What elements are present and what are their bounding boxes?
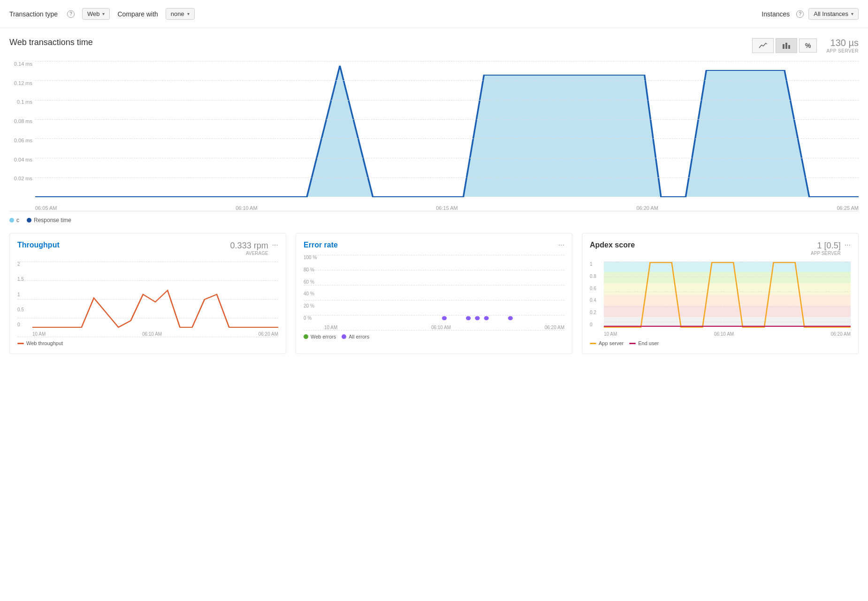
instances-dropdown[interactable]: All Instances ▾ (808, 8, 859, 20)
main-chart-svg (35, 61, 859, 197)
top-bar-left: Transaction type ? Web ▾ Compare with no… (9, 8, 195, 20)
main-chart-legend: c Response time (9, 217, 859, 223)
apdex-value: 1 [0.5] (811, 241, 841, 251)
svg-rect-1 (785, 43, 787, 49)
svg-rect-0 (783, 44, 784, 49)
app-server-legend-line (590, 343, 596, 344)
percent-icon: % (805, 42, 811, 49)
chart-x-axis: 06:05 AM 06:10 AM 06:15 AM 06:20 AM 06:2… (35, 198, 859, 211)
svg-point-6 (475, 316, 480, 320)
chart-y-axis: 0.14 ms 0.12 ms 0.1 ms 0.08 ms 0.06 ms 0… (9, 61, 35, 197)
grid-line (35, 61, 859, 62)
legend-item-c: c (9, 217, 19, 223)
legend-dot-response (27, 218, 31, 223)
apdex-panel: Apdex score 1 [0.5] APP SERVER ··· 1 0.8… (582, 233, 859, 354)
main-chart-container: 0.14 ms 0.12 ms 0.1 ms 0.08 ms 0.06 ms 0… (9, 61, 859, 211)
apdex-title: Apdex score (590, 241, 635, 249)
error-rate-title: Error rate (304, 241, 338, 249)
apdex-panel-header: Apdex score 1 [0.5] APP SERVER ··· (590, 241, 851, 256)
throughput-chart: 2 1.5 1 0.5 0 10 AM 06:10 AM 06:20 AM (17, 262, 278, 337)
top-bar-right: Instances ? All Instances ▾ (761, 8, 859, 20)
section-value-block: 130 µs APP SERVER (826, 38, 859, 54)
apdex-value-label: APP SERVER (811, 251, 841, 256)
svg-point-4 (442, 316, 447, 320)
bar-chart-button[interactable] (776, 38, 797, 53)
compare-with-label: Compare with (117, 10, 158, 18)
chevron-down-icon-2: ▾ (187, 11, 190, 16)
error-rate-panel: Error rate ··· 100 % 80 % 60 % 40 % 20 % (296, 233, 572, 354)
svg-point-7 (484, 316, 488, 320)
bottom-panels: Throughput 0.333 rpm AVERAGE ··· (9, 233, 859, 354)
throughput-panel-header: Throughput 0.333 rpm AVERAGE ··· (17, 241, 278, 256)
chevron-down-icon-3: ▾ (851, 11, 853, 16)
chevron-down-icon: ▾ (102, 11, 105, 16)
apdex-value-block: 1 [0.5] APP SERVER (811, 241, 841, 256)
transaction-type-label: Transaction type (9, 10, 58, 18)
throughput-value: 0.333 rpm (230, 241, 268, 251)
all-errors-dot (342, 334, 346, 339)
error-rate-svg (324, 255, 564, 321)
svg-rect-2 (788, 45, 790, 49)
svg-point-8 (508, 316, 513, 320)
chart-area (35, 61, 859, 197)
transaction-type-help[interactable]: ? (67, 10, 75, 18)
throughput-value-label: AVERAGE (230, 251, 268, 256)
section-header: Web transactions time % (9, 38, 859, 54)
error-rate-legend: Web errors All errors (304, 334, 564, 339)
top-bar: Transaction type ? Web ▾ Compare with no… (0, 0, 868, 28)
throughput-value-block: 0.333 rpm AVERAGE (230, 241, 268, 256)
main-content: Web transactions time % (0, 28, 868, 363)
error-rate-chart: 100 % 80 % 60 % 40 % 20 % 0 % (304, 255, 564, 330)
line-chart-button[interactable] (752, 38, 774, 53)
svg-point-5 (466, 316, 471, 320)
throughput-panel: Throughput 0.333 rpm AVERAGE ··· (9, 233, 286, 354)
instances-help[interactable]: ? (796, 10, 804, 18)
section-title: Web transactions time (9, 38, 93, 47)
end-user-legend-line (629, 343, 636, 344)
section-value-label: APP SERVER (826, 48, 859, 54)
section-value: 130 µs (826, 38, 859, 48)
transaction-type-dropdown[interactable]: Web ▾ (82, 8, 110, 20)
compare-with-dropdown[interactable]: none ▾ (166, 8, 195, 20)
web-errors-dot (304, 334, 308, 339)
apdex-legend: App server End user (590, 340, 851, 346)
chart-controls: % (752, 38, 817, 53)
apdex-chart: 1 0.8 0.6 0.4 0.2 0 (590, 262, 851, 337)
throughput-legend: Web throughput (17, 340, 278, 346)
apdex-svg (604, 262, 851, 327)
throughput-menu[interactable]: ··· (272, 241, 278, 249)
throughput-title: Throughput (17, 241, 60, 249)
throughput-svg (32, 262, 278, 327)
legend-dot-c (9, 218, 14, 223)
apdex-menu[interactable]: ··· (845, 241, 851, 249)
throughput-legend-line (17, 343, 24, 344)
error-rate-panel-header: Error rate ··· (304, 241, 564, 249)
legend-item-response-time: Response time (27, 217, 71, 223)
error-rate-menu[interactable]: ··· (558, 241, 564, 249)
instances-label: Instances (761, 10, 790, 18)
percent-chart-button[interactable]: % (799, 39, 817, 53)
